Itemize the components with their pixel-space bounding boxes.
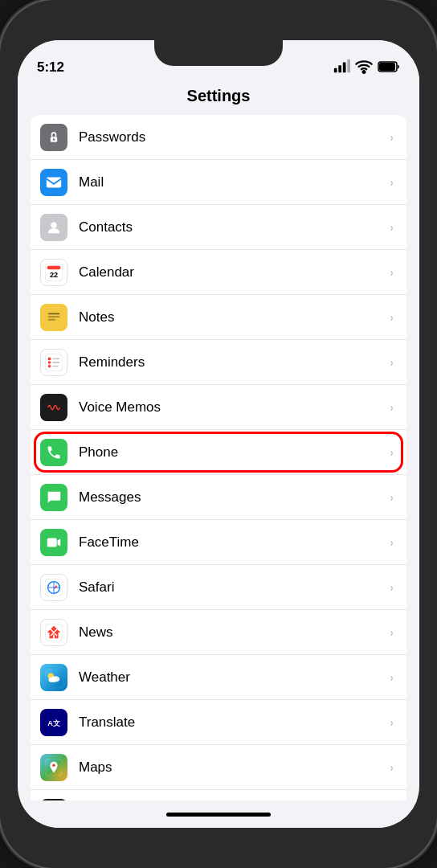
phone-frame: 5:12 <box>0 0 437 868</box>
settings-item-notes[interactable]: Notes › <box>31 295 406 340</box>
translate-chevron: › <box>390 716 394 729</box>
svg-rect-23 <box>52 362 59 363</box>
facetime-label: FaceTime <box>79 534 390 551</box>
passwords-chevron: › <box>390 131 394 144</box>
svg-point-20 <box>48 357 51 360</box>
messages-label: Messages <box>79 489 390 506</box>
notch <box>154 40 283 66</box>
svg-rect-1 <box>338 65 341 72</box>
status-icons <box>333 58 400 76</box>
svg-rect-21 <box>52 358 59 359</box>
svg-point-11 <box>51 222 56 227</box>
passwords-label: Passwords <box>79 129 390 145</box>
mail-chevron: › <box>390 176 394 189</box>
settings-item-contacts[interactable]: Contacts › <box>31 205 406 250</box>
settings-item-calendar[interactable]: 22 Calendar › <box>31 250 406 295</box>
home-bar <box>166 813 271 817</box>
translate-label: Translate <box>79 714 390 731</box>
signal-icon <box>333 58 350 76</box>
settings-list: Passwords › Mail › <box>18 115 419 800</box>
safari-chevron: › <box>390 581 394 594</box>
svg-text:A文: A文 <box>47 719 60 727</box>
svg-point-43 <box>52 764 55 767</box>
svg-text:22: 22 <box>50 270 58 278</box>
news-icon <box>40 619 67 646</box>
svg-point-38 <box>49 677 56 682</box>
nav-bar: Settings <box>18 80 419 115</box>
messages-icon <box>40 484 67 511</box>
settings-item-passwords[interactable]: Passwords › <box>31 115 406 160</box>
page-title: Settings <box>187 87 251 104</box>
settings-item-translate[interactable]: A文 Translate › <box>31 700 406 745</box>
svg-rect-17 <box>48 316 60 317</box>
safari-icon <box>40 574 67 601</box>
status-time: 5:12 <box>37 59 64 76</box>
home-indicator <box>18 800 419 828</box>
settings-item-reminders[interactable]: Reminders › <box>31 340 406 385</box>
settings-item-news[interactable]: News › <box>31 610 406 655</box>
voicememos-chevron: › <box>390 401 394 414</box>
svg-rect-13 <box>47 265 61 269</box>
settings-item-weather[interactable]: Weather › <box>31 655 406 700</box>
voicememos-label: Voice Memos <box>79 399 390 416</box>
maps-chevron: › <box>390 761 394 774</box>
svg-point-8 <box>53 138 55 141</box>
news-label: News <box>79 624 390 641</box>
reminders-chevron: › <box>390 356 394 369</box>
calendar-icon: 22 <box>40 259 67 286</box>
notes-icon <box>40 304 67 331</box>
phone-chevron: › <box>390 446 394 459</box>
svg-rect-9 <box>47 177 61 187</box>
phone-screen: 5:12 <box>18 40 419 828</box>
maps-label: Maps <box>79 760 390 776</box>
svg-rect-16 <box>48 313 60 314</box>
messages-chevron: › <box>390 491 394 504</box>
phone-label: Phone <box>79 444 390 461</box>
weather-icon <box>40 664 67 691</box>
svg-rect-6 <box>379 63 395 71</box>
svg-rect-29 <box>47 538 57 547</box>
svg-rect-18 <box>48 318 55 320</box>
calendar-label: Calendar <box>79 264 390 280</box>
mail-icon <box>40 169 67 196</box>
svg-rect-25 <box>52 365 58 366</box>
contacts-chevron: › <box>390 221 394 234</box>
wifi-icon <box>355 58 373 76</box>
weather-chevron: › <box>390 671 394 684</box>
svg-rect-3 <box>347 59 350 73</box>
safari-label: Safari <box>79 579 390 596</box>
settings-item-mail[interactable]: Mail › <box>31 160 406 205</box>
settings-group: Passwords › Mail › <box>31 115 406 800</box>
passwords-icon <box>40 124 67 151</box>
compass-icon <box>40 799 67 800</box>
maps-icon <box>40 754 67 781</box>
translate-icon: A文 <box>40 709 67 736</box>
facetime-icon <box>40 529 67 556</box>
svg-point-4 <box>363 71 366 73</box>
settings-item-phone[interactable]: Phone › <box>31 430 406 475</box>
notes-chevron: › <box>390 311 394 324</box>
svg-point-22 <box>48 361 51 364</box>
settings-item-safari[interactable]: Safari › <box>31 565 406 610</box>
phone-icon <box>40 439 67 466</box>
settings-item-messages[interactable]: Messages › <box>31 475 406 520</box>
settings-item-facetime[interactable]: FaceTime › <box>31 520 406 565</box>
svg-rect-2 <box>343 63 346 73</box>
calendar-chevron: › <box>390 266 394 279</box>
svg-point-24 <box>48 364 51 367</box>
reminders-label: Reminders <box>79 354 390 371</box>
settings-item-compass[interactable]: Compass › <box>31 790 406 800</box>
contacts-icon <box>40 214 67 241</box>
facetime-chevron: › <box>390 536 394 549</box>
contacts-label: Contacts <box>79 219 390 235</box>
notes-label: Notes <box>79 309 390 326</box>
svg-rect-0 <box>334 68 337 73</box>
weather-label: Weather <box>79 669 390 686</box>
voicememos-icon <box>40 394 67 421</box>
mail-label: Mail <box>79 174 390 190</box>
news-chevron: › <box>390 626 394 639</box>
reminders-icon <box>40 349 67 376</box>
battery-icon <box>378 61 400 72</box>
settings-item-voicememos[interactable]: Voice Memos › <box>31 385 406 430</box>
settings-item-maps[interactable]: Maps › <box>31 745 406 790</box>
